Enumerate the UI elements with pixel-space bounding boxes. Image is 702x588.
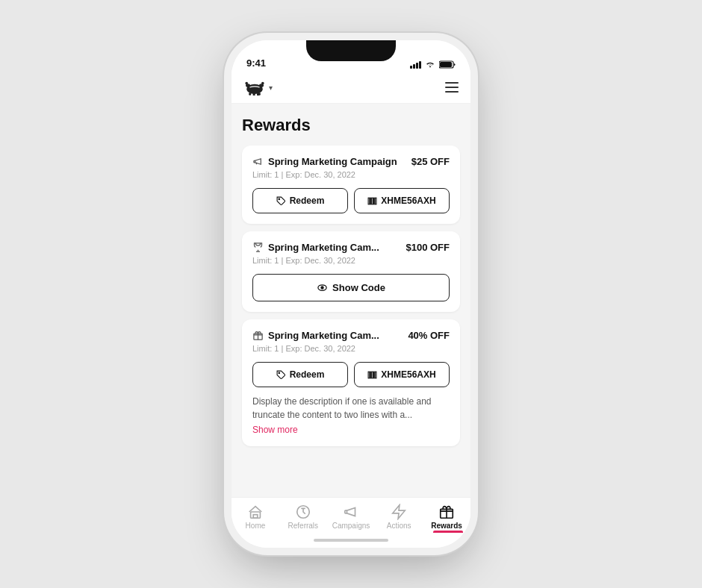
status-time: 9:41 [246,57,266,69]
svg-rect-7 [249,93,251,96]
barcode-icon [367,196,377,206]
home-indicator [232,533,470,548]
reward-discount-3: 40% OFF [408,330,450,341]
svg-rect-10 [258,93,261,96]
nav-item-home[interactable]: Home [237,504,274,530]
reward-title-row-2: Spring Marketing Cam... [252,242,379,253]
redeem-button-3[interactable]: Redeem [252,362,348,387]
bottom-nav: Home Referrals Campaigns Actions [232,497,470,533]
eye-icon [317,282,328,293]
reward-discount-1: $25 OFF [411,156,450,167]
svg-rect-24 [374,372,375,378]
svg-rect-1 [440,62,452,67]
reward-title-row-3: Spring Marketing Cam... [252,330,379,341]
header-brand[interactable]: ▾ [243,79,273,96]
nav-label-referrals: Referrals [288,522,319,530]
nav-label-campaigns: Campaigns [332,522,370,530]
reward-header-1: Spring Marketing Campaign $25 OFF [252,156,450,167]
reward-name-1: Spring Marketing Campaign [268,156,397,167]
svg-rect-21 [368,372,370,378]
reward-discount-2: $100 OFF [406,242,450,253]
reward-card-3: Spring Marketing Cam... 40% OFF Limit: 1… [242,319,460,446]
reward-header-3: Spring Marketing Cam... 40% OFF [252,330,450,341]
code-button-1[interactable]: XHME56AXH [354,188,450,213]
brand-logo-icon [243,79,266,96]
page-title: Rewards [242,116,460,135]
page-content: Rewards Spring Marketing Campaign $25 OF… [232,104,470,497]
svg-point-11 [279,198,280,199]
reward-card-2: Spring Marketing Cam... $100 OFF Limit: … [242,231,460,312]
reward-meta-3: Limit: 1 | Exp: Dec. 30, 2022 [252,344,450,353]
actions-nav-icon [391,504,407,520]
nav-item-rewards[interactable]: Rewards [428,504,465,530]
svg-rect-12 [368,198,370,204]
phone-shell: 9:41 [232,40,470,548]
svg-rect-8 [253,93,255,96]
nav-item-campaigns[interactable]: Campaigns [332,504,370,530]
show-code-button[interactable]: Show Code [252,274,450,301]
svg-point-20 [279,372,280,373]
reward-meta-2: Limit: 1 | Exp: Dec. 30, 2022 [252,256,450,265]
barcode-icon-3 [367,370,377,380]
home-indicator-bar [314,539,388,542]
tag-icon [276,196,286,206]
reward-meta-1: Limit: 1 | Exp: Dec. 30, 2022 [252,170,450,179]
svg-rect-22 [370,372,371,378]
wifi-icon [425,61,435,69]
rewards-nav-icon [438,504,455,520]
code-button-3[interactable]: XHME56AXH [354,362,450,387]
show-more-link-3[interactable]: Show more [252,425,298,435]
reward-card-1: Spring Marketing Campaign $25 OFF Limit:… [242,146,460,224]
svg-rect-13 [370,198,371,204]
status-icons [410,60,456,69]
referrals-nav-icon [295,504,311,520]
tag-icon-3 [276,370,286,380]
svg-rect-14 [372,198,373,204]
megaphone-icon [252,156,264,167]
battery-icon [439,60,456,69]
menu-button[interactable] [445,82,459,93]
gift-icon [252,330,264,341]
svg-point-5 [245,82,248,85]
reward-name-3: Spring Marketing Cam... [268,330,379,341]
signal-icon [410,61,421,69]
reward-title-row-1: Spring Marketing Campaign [252,156,397,167]
reward-actions-1: Redeem XHME56AXH [252,188,450,213]
campaigns-nav-icon [343,504,359,520]
svg-rect-27 [253,515,258,519]
trophy-icon [252,242,264,253]
phone-notch [306,40,396,61]
svg-rect-23 [372,372,373,378]
svg-point-6 [261,82,264,85]
svg-rect-16 [376,198,377,204]
nav-item-actions[interactable]: Actions [380,504,417,530]
svg-rect-25 [376,372,377,378]
reward-name-2: Spring Marketing Cam... [268,242,379,253]
home-nav-icon [247,504,264,520]
nav-label-rewards: Rewards [431,522,462,530]
nav-active-indicator [433,531,463,533]
svg-point-18 [321,287,323,289]
nav-label-actions: Actions [387,522,411,530]
nav-label-home: Home [246,522,266,530]
redeem-button-1[interactable]: Redeem [252,188,348,213]
reward-actions-3: Redeem XHME56AXH [252,362,450,387]
nav-item-referrals[interactable]: Referrals [285,504,322,530]
brand-chevron-icon: ▾ [269,84,273,92]
reward-description-3: Display the description if one is availa… [252,395,450,422]
app-header: ▾ [232,73,470,104]
reward-actions-2: Show Code [252,274,450,301]
reward-header-2: Spring Marketing Cam... $100 OFF [252,242,450,253]
svg-rect-15 [374,198,375,204]
